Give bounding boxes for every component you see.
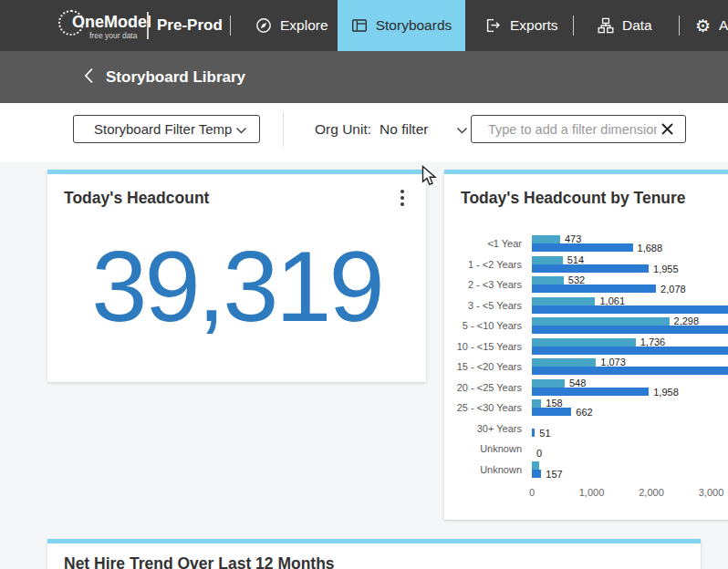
- storyboard-filter-select[interactable]: Storyboard Filter Temp: [73, 115, 260, 143]
- x-axis-tick: 3,000: [699, 487, 724, 498]
- dark-bar[interactable]: [532, 326, 728, 334]
- dark-bar[interactable]: [532, 408, 571, 416]
- brand-tagline: free your data: [89, 31, 137, 40]
- light-bar[interactable]: [532, 379, 565, 388]
- chart-row: 15 - <20 Years1,073: [444, 357, 728, 378]
- net-hire-card: Net Hire Trend Over Last 12 Months: [47, 539, 701, 569]
- category-label: 10 - <15 Years: [444, 336, 532, 357]
- chart-row: Unknown157: [444, 460, 728, 481]
- x-axis-tick: 1,000: [579, 487, 605, 498]
- filter-dimension-input[interactable]: [486, 121, 659, 138]
- headcount-card: Today's Headcount 39,319: [47, 170, 426, 382]
- bar-value-label: 1,958: [653, 388, 679, 398]
- bar-value-label: 1,688: [638, 243, 663, 253]
- page-title: Storyboard Library: [106, 68, 245, 87]
- nav-item-data[interactable]: Data: [598, 0, 652, 51]
- light-bar[interactable]: [532, 358, 596, 367]
- dashboard: Today's Headcount 39,319 Today's Headcou…: [0, 162, 728, 569]
- card-title: Net Hire Trend Over Last 12 Months: [64, 554, 335, 569]
- card-title: Today's Headcount: [64, 189, 209, 208]
- bar-value-label: 1,955: [653, 264, 679, 274]
- dark-bar[interactable]: [532, 470, 541, 478]
- dark-bar[interactable]: [532, 347, 728, 355]
- card-title: Today's Headcount by Tenure: [461, 189, 686, 208]
- kebab-menu-icon[interactable]: [397, 186, 408, 210]
- filter-divider: [283, 112, 284, 147]
- clear-icon[interactable]: [659, 120, 676, 138]
- light-bar[interactable]: [532, 235, 560, 243]
- light-bar[interactable]: [532, 256, 563, 264]
- environment-label: Pre-Prod: [157, 16, 223, 35]
- light-bar[interactable]: [532, 461, 539, 470]
- category-label: Unknown: [444, 460, 532, 481]
- storyboard-icon: [351, 17, 368, 34]
- nav-divider: [679, 16, 680, 36]
- chart-row: 3 - <5 Years1,061: [444, 295, 728, 316]
- nav-item-label: Exports: [510, 17, 558, 34]
- chart-row: 5 - <10 Years2,298: [444, 316, 728, 336]
- category-label: 15 - <20 Years: [444, 357, 532, 378]
- nav-divider: [147, 12, 149, 39]
- dark-bar[interactable]: [532, 367, 728, 375]
- top-nav: OneModel free your data Pre-Prod Explore…: [0, 0, 728, 51]
- gear-icon: ⚙: [695, 17, 711, 35]
- category-label: 25 - <30 Years: [444, 398, 532, 419]
- chart-row: Unknown0: [444, 439, 728, 460]
- chart-row: 1 - <2 Years5141,955: [444, 254, 728, 275]
- dark-bar[interactable]: [532, 264, 649, 273]
- storyboard-filter-value: Storyboard Filter Temp: [94, 121, 232, 137]
- dark-bar[interactable]: [532, 388, 649, 396]
- category-label: Unknown: [444, 439, 532, 460]
- chart-row: <1 Year4731,688: [444, 233, 728, 254]
- category-label: 5 - <10 Years: [444, 316, 532, 336]
- light-bar[interactable]: [532, 297, 595, 305]
- light-bar[interactable]: [532, 338, 636, 347]
- bar-value-label: 51: [539, 429, 550, 439]
- x-axis-tick: 2,000: [639, 487, 664, 498]
- nav-item-label: A: [719, 17, 728, 34]
- back-to-storyboard-library[interactable]: Storyboard Library: [0, 51, 728, 103]
- chart-row: 2 - <3 Years5322,078: [444, 274, 728, 295]
- chart-row: 30+ Years51: [444, 419, 728, 440]
- filter-dimension-field: [471, 115, 686, 143]
- category-label: <1 Year: [444, 233, 532, 254]
- tenure-card: Today's Headcount by Tenure <1 Year4731,…: [444, 170, 728, 520]
- category-label: 20 - <25 Years: [444, 378, 532, 398]
- chevron-down-icon: [235, 121, 247, 137]
- dark-bar[interactable]: [532, 243, 633, 252]
- category-label: 1 - <2 Years: [444, 254, 532, 275]
- nav-item-exports[interactable]: Exports: [485, 0, 558, 51]
- category-label: 30+ Years: [444, 419, 532, 440]
- chart-row: 10 - <15 Years1,736: [444, 336, 728, 357]
- brand-name: OneModel: [72, 13, 151, 32]
- bar-value-label: 662: [576, 408, 592, 418]
- nav-item-explore[interactable]: Explore: [255, 0, 328, 51]
- chevron-down-icon: [456, 121, 468, 138]
- filter-bar: Storyboard Filter Temp Org Unit: No filt…: [0, 103, 728, 162]
- nav-divider: [573, 16, 574, 36]
- dark-bar[interactable]: [532, 429, 535, 437]
- light-bar[interactable]: [532, 276, 564, 284]
- tenure-chart: <1 Year4731,6881 - <2 Years5141,9552 - <…: [444, 233, 728, 480]
- category-label: 2 - <3 Years: [444, 274, 532, 295]
- dark-bar[interactable]: [532, 284, 656, 293]
- light-bar[interactable]: [532, 399, 541, 408]
- x-axis-tick: 0: [529, 487, 535, 498]
- nav-item-storyboards[interactable]: Storyboards: [338, 0, 465, 51]
- light-bar[interactable]: [532, 317, 670, 326]
- headcount-value: 39,319: [47, 236, 426, 336]
- chart-row: 20 - <25 Years5481,958: [444, 378, 728, 398]
- sitemap-icon: [598, 17, 614, 34]
- nav-item-label: Storyboards: [376, 17, 452, 34]
- category-label: 3 - <5 Years: [444, 295, 532, 316]
- bar-value-label: 0: [536, 449, 542, 459]
- bar-value-label: 157: [546, 470, 562, 480]
- tenure-chart-x-axis: 01,0002,0003,000: [532, 487, 728, 500]
- nav-item-label: Data: [622, 17, 652, 34]
- nav-divider: [230, 16, 231, 36]
- dark-bar[interactable]: [532, 305, 728, 314]
- org-unit-filter[interactable]: Org Unit: No filter: [315, 103, 468, 156]
- chevron-left-icon: [84, 67, 94, 88]
- org-unit-label: Org Unit:: [315, 121, 371, 138]
- nav-item-admin[interactable]: ⚙ A: [695, 0, 728, 51]
